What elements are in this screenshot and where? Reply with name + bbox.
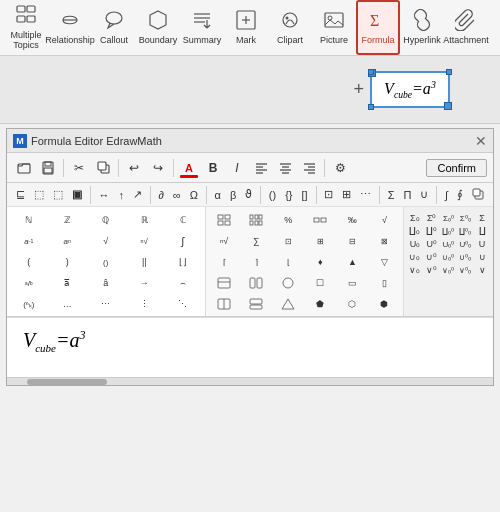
sym-cell-t4[interactable]: ⬟	[305, 294, 336, 314]
sym-sum-2[interactable]: Σ⁰	[424, 212, 440, 224]
toolbar-formula[interactable]: Σ Formula	[356, 0, 400, 55]
sym-ui-5[interactable]: ∐	[474, 225, 490, 237]
sym-cell-sum[interactable]: ∑	[241, 231, 272, 251]
sym-arrow3[interactable]: ↗	[130, 187, 145, 202]
editor-close-button[interactable]: ✕	[475, 134, 487, 148]
sym-cell-hat[interactable]: â	[87, 273, 125, 293]
sym-u1[interactable]: U₀	[407, 238, 423, 250]
toolbar-hyperlink[interactable]: Hyperlink	[400, 0, 444, 55]
cut-button[interactable]: ✂	[68, 157, 90, 179]
align-left-button[interactable]	[250, 157, 272, 179]
sym-cell-int[interactable]: ℤ	[49, 210, 87, 230]
sym-omega[interactable]: Ω	[187, 188, 201, 202]
sym-cell-s4[interactable]: ☐	[305, 273, 336, 293]
sym-union[interactable]: ∪	[417, 187, 431, 202]
sym-uo4[interactable]: ∪⁰₀	[457, 251, 473, 263]
confirm-button[interactable]: Confirm	[426, 159, 487, 177]
sym-oint[interactable]: ∮	[454, 187, 466, 202]
sym-cell-paren-lr[interactable]: ()	[87, 252, 125, 272]
formula-display-box[interactable]: Vcube=a3	[370, 71, 450, 109]
sym-integral[interactable]: ∫	[442, 188, 451, 202]
scrollbar-thumb[interactable]	[27, 379, 107, 385]
sym-sigma[interactable]: Σ	[385, 188, 398, 202]
settings-button[interactable]: ⚙	[329, 157, 351, 179]
sym-cell-mat-r[interactable]: ⊟	[337, 231, 368, 251]
horizontal-scrollbar[interactable]	[7, 377, 493, 385]
sym-cell-s3[interactable]	[273, 273, 304, 293]
sym-cell-s6[interactable]: ▯	[369, 273, 400, 293]
sym-infty[interactable]: ∞	[170, 188, 184, 202]
sym-ui-1[interactable]: ∐₀	[407, 225, 423, 237]
sym-cell-percent2[interactable]: ‰	[337, 210, 368, 230]
sym-copy-icon[interactable]	[469, 187, 487, 203]
sym-bracket[interactable]: []	[299, 188, 311, 202]
sym-cell-over[interactable]: a̅	[49, 273, 87, 293]
sym-cell-nthroot[interactable]: n√	[126, 231, 164, 251]
sym-uo5[interactable]: ∪	[474, 251, 490, 263]
sym-cell-percent[interactable]: %	[273, 210, 304, 230]
undo-button[interactable]: ↩	[123, 157, 145, 179]
sym-uo3[interactable]: ∪₀⁰	[441, 251, 457, 263]
sym-cell-ldots[interactable]: …	[49, 294, 87, 314]
sym-cell-sqrt3[interactable]: n√	[209, 231, 240, 251]
toolbar-picture[interactable]: Picture	[312, 0, 356, 55]
sym-v4[interactable]: ∨⁰₀	[457, 264, 473, 276]
sym-cell-r4[interactable]: ♦	[305, 252, 336, 272]
bold-button[interactable]: B	[202, 157, 224, 179]
sym-arrow2[interactable]: ↑	[116, 188, 128, 202]
sym-ui-3[interactable]: ∐₀⁰	[441, 225, 457, 237]
sym-u3[interactable]: U₀⁰	[441, 238, 457, 250]
italic-button[interactable]: I	[226, 157, 248, 179]
sym-cell-t3[interactable]	[273, 294, 304, 314]
sym-cell-s1[interactable]	[209, 273, 240, 293]
sym-uo2[interactable]: ∪⁰	[424, 251, 440, 263]
sym-v5[interactable]: ∨	[474, 264, 490, 276]
sym-cell-mat3[interactable]	[305, 210, 336, 230]
sym-cell-t1[interactable]	[209, 294, 240, 314]
align-right-button[interactable]	[298, 157, 320, 179]
open-button[interactable]	[13, 157, 35, 179]
sym-cell-overarc[interactable]: ⌢	[164, 273, 202, 293]
sym-alpha[interactable]: α	[212, 188, 224, 202]
sym-cell-s2[interactable]	[241, 273, 272, 293]
toolbar-callout[interactable]: Callout	[92, 0, 136, 55]
sym-cell-frac[interactable]: a/b	[10, 273, 48, 293]
sym-v2[interactable]: ∨⁰	[424, 264, 440, 276]
sym-cell-a-n[interactable]: an	[49, 231, 87, 251]
sym-cell-r2[interactable]: ⌉	[241, 252, 272, 272]
sym-v1[interactable]: ∨₀	[407, 264, 423, 276]
sym-v3[interactable]: ∨₀⁰	[441, 264, 457, 276]
sym-subset[interactable]: ⊑	[13, 187, 28, 202]
sym-cell-abs[interactable]: ||	[126, 252, 164, 272]
toolbar-mark[interactable]: Mark	[224, 0, 268, 55]
sym-uo1[interactable]: ∪₀	[407, 251, 423, 263]
sym-sum-3[interactable]: Σ₀⁰	[441, 212, 457, 224]
redo-button[interactable]: ↪	[147, 157, 169, 179]
sym-cell-t5[interactable]: ⬡	[337, 294, 368, 314]
sym-cell-sqrt2[interactable]: √	[369, 210, 400, 230]
color-button[interactable]: A	[178, 157, 200, 179]
sym-cell-r6[interactable]: ▽	[369, 252, 400, 272]
sym-paren[interactable]: ()	[266, 188, 279, 202]
toolbar-summary[interactable]: Summary	[180, 0, 224, 55]
sym-cell-s5[interactable]: ▭	[337, 273, 368, 293]
sym-cell-r1[interactable]: ⌈	[209, 252, 240, 272]
sym-cell-real[interactable]: ℝ	[126, 210, 164, 230]
sym-brace[interactable]: {}	[282, 188, 295, 202]
sym-cell-paren-l[interactable]: (	[10, 252, 48, 272]
sym-sum-5[interactable]: Σ	[474, 212, 490, 224]
sym-box1[interactable]: ⬚	[31, 187, 47, 202]
sym-pi[interactable]: Π	[401, 188, 415, 202]
sym-cell-nat[interactable]: ℕ	[10, 210, 48, 230]
sym-box3[interactable]: ▣	[69, 187, 85, 202]
sym-matrix2[interactable]: ⊞	[339, 187, 354, 202]
sym-cell-mat-dot[interactable]: ⊡	[273, 231, 304, 251]
sym-cell-vdots[interactable]: ⋮	[126, 294, 164, 314]
add-btn[interactable]: +	[354, 79, 365, 100]
sym-ui-4[interactable]: ∐⁰₀	[457, 225, 473, 237]
copy-button[interactable]	[92, 157, 114, 179]
sym-cell-r5[interactable]: ▲	[337, 252, 368, 272]
sym-arrow1[interactable]: ↔	[96, 188, 113, 202]
toolbar-boundary[interactable]: Boundary	[136, 0, 180, 55]
sym-cell-rat[interactable]: ℚ	[87, 210, 125, 230]
